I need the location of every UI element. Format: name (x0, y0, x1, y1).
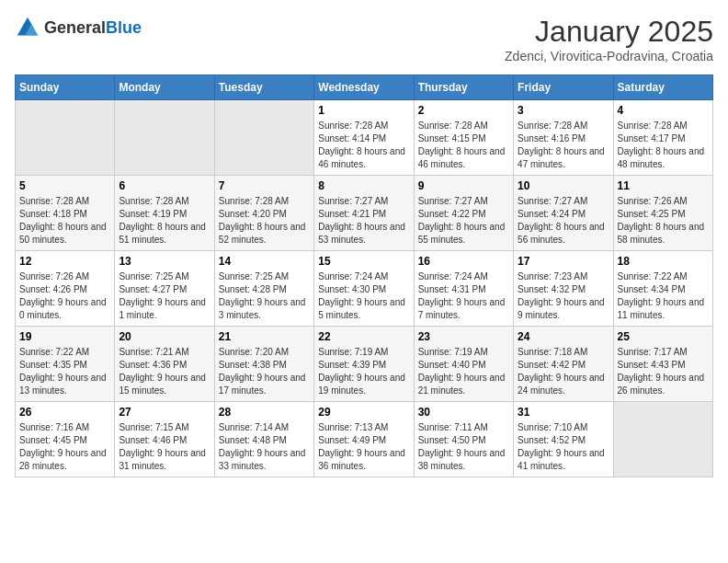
day-info: Sunrise: 7:25 AM Sunset: 4:27 PM Dayligh… (119, 270, 210, 322)
day-info: Sunrise: 7:27 AM Sunset: 4:21 PM Dayligh… (318, 195, 409, 247)
day-number: 1 (318, 104, 409, 117)
calendar-cell: 4Sunrise: 7:28 AM Sunset: 4:17 PM Daylig… (613, 100, 712, 176)
day-number: 2 (418, 104, 509, 117)
day-number: 21 (219, 330, 310, 343)
day-info: Sunrise: 7:18 AM Sunset: 4:42 PM Dayligh… (518, 346, 609, 397)
day-number: 26 (19, 406, 110, 419)
page-header: GeneralBlue January 2025 Zdenci, Virovit… (15, 15, 713, 63)
calendar-cell (16, 100, 115, 176)
calendar-cell: 13Sunrise: 7:25 AM Sunset: 4:27 PM Dayli… (115, 251, 214, 327)
day-info: Sunrise: 7:26 AM Sunset: 4:25 PM Dayligh… (618, 195, 709, 247)
calendar-cell: 7Sunrise: 7:28 AM Sunset: 4:20 PM Daylig… (214, 176, 313, 251)
logo-icon (15, 15, 40, 40)
day-info: Sunrise: 7:10 AM Sunset: 4:52 PM Dayligh… (518, 421, 609, 473)
calendar-cell: 10Sunrise: 7:27 AM Sunset: 4:24 PM Dayli… (514, 176, 613, 251)
calendar-cell: 22Sunrise: 7:19 AM Sunset: 4:39 PM Dayli… (314, 327, 414, 402)
day-number: 13 (119, 255, 210, 268)
calendar-week-row: 1Sunrise: 7:28 AM Sunset: 4:14 PM Daylig… (16, 100, 713, 176)
day-number: 22 (318, 330, 409, 343)
calendar-cell: 16Sunrise: 7:24 AM Sunset: 4:31 PM Dayli… (414, 251, 513, 327)
day-of-week-header: Thursday (414, 75, 513, 100)
logo: GeneralBlue (15, 15, 142, 40)
day-number: 29 (318, 406, 409, 419)
day-info: Sunrise: 7:22 AM Sunset: 4:34 PM Dayligh… (618, 270, 709, 322)
title-block: January 2025 Zdenci, Virovitica-Podravin… (505, 15, 713, 63)
day-info: Sunrise: 7:24 AM Sunset: 4:30 PM Dayligh… (318, 270, 409, 322)
day-number: 16 (418, 255, 509, 268)
day-number: 20 (119, 330, 210, 343)
calendar-cell: 28Sunrise: 7:14 AM Sunset: 4:48 PM Dayli… (214, 402, 313, 477)
day-number: 17 (518, 255, 609, 268)
day-number: 15 (318, 255, 409, 268)
calendar-cell: 3Sunrise: 7:28 AM Sunset: 4:16 PM Daylig… (514, 100, 613, 176)
calendar-cell: 2Sunrise: 7:28 AM Sunset: 4:15 PM Daylig… (414, 100, 513, 176)
day-info: Sunrise: 7:26 AM Sunset: 4:26 PM Dayligh… (19, 270, 110, 322)
calendar-cell: 12Sunrise: 7:26 AM Sunset: 4:26 PM Dayli… (16, 251, 115, 327)
calendar-week-row: 5Sunrise: 7:28 AM Sunset: 4:18 PM Daylig… (16, 176, 713, 251)
calendar-cell (115, 100, 214, 176)
day-number: 3 (518, 104, 609, 117)
day-number: 10 (518, 179, 609, 192)
calendar-cell: 23Sunrise: 7:19 AM Sunset: 4:40 PM Dayli… (414, 327, 513, 402)
calendar-cell: 15Sunrise: 7:24 AM Sunset: 4:30 PM Dayli… (314, 251, 414, 327)
calendar-cell: 17Sunrise: 7:23 AM Sunset: 4:32 PM Dayli… (514, 251, 613, 327)
day-info: Sunrise: 7:28 AM Sunset: 4:16 PM Dayligh… (518, 120, 609, 171)
calendar-cell: 5Sunrise: 7:28 AM Sunset: 4:18 PM Daylig… (16, 176, 115, 251)
calendar-cell: 14Sunrise: 7:25 AM Sunset: 4:28 PM Dayli… (214, 251, 313, 327)
calendar-cell: 20Sunrise: 7:21 AM Sunset: 4:36 PM Dayli… (115, 327, 214, 402)
calendar-cell: 27Sunrise: 7:15 AM Sunset: 4:46 PM Dayli… (115, 402, 214, 477)
day-number: 8 (318, 179, 409, 192)
calendar-cell: 19Sunrise: 7:22 AM Sunset: 4:35 PM Dayli… (16, 327, 115, 402)
day-number: 12 (19, 255, 110, 268)
calendar-cell: 8Sunrise: 7:27 AM Sunset: 4:21 PM Daylig… (314, 176, 414, 251)
day-info: Sunrise: 7:20 AM Sunset: 4:38 PM Dayligh… (219, 346, 310, 397)
day-info: Sunrise: 7:28 AM Sunset: 4:20 PM Dayligh… (219, 195, 310, 247)
day-number: 31 (518, 406, 609, 419)
day-info: Sunrise: 7:15 AM Sunset: 4:46 PM Dayligh… (119, 421, 210, 473)
day-number: 23 (418, 330, 509, 343)
day-of-week-header: Monday (115, 75, 214, 100)
day-number: 27 (119, 406, 210, 419)
calendar-week-row: 19Sunrise: 7:22 AM Sunset: 4:35 PM Dayli… (16, 327, 713, 402)
calendar-cell: 24Sunrise: 7:18 AM Sunset: 4:42 PM Dayli… (514, 327, 613, 402)
calendar-cell: 29Sunrise: 7:13 AM Sunset: 4:49 PM Dayli… (314, 402, 414, 477)
day-info: Sunrise: 7:27 AM Sunset: 4:24 PM Dayligh… (518, 195, 609, 247)
calendar-header-row: SundayMondayTuesdayWednesdayThursdayFrid… (16, 75, 713, 100)
calendar-cell (214, 100, 313, 176)
day-info: Sunrise: 7:27 AM Sunset: 4:22 PM Dayligh… (418, 195, 509, 247)
day-info: Sunrise: 7:28 AM Sunset: 4:18 PM Dayligh… (19, 195, 110, 247)
day-number: 5 (19, 179, 110, 192)
calendar-week-row: 12Sunrise: 7:26 AM Sunset: 4:26 PM Dayli… (16, 251, 713, 327)
day-number: 6 (119, 179, 210, 192)
day-info: Sunrise: 7:22 AM Sunset: 4:35 PM Dayligh… (19, 346, 110, 397)
day-info: Sunrise: 7:28 AM Sunset: 4:19 PM Dayligh… (119, 195, 210, 247)
location-subtitle: Zdenci, Virovitica-Podravina, Croatia (505, 49, 713, 63)
day-info: Sunrise: 7:13 AM Sunset: 4:49 PM Dayligh… (318, 421, 409, 473)
calendar-cell: 1Sunrise: 7:28 AM Sunset: 4:14 PM Daylig… (314, 100, 414, 176)
calendar-cell: 21Sunrise: 7:20 AM Sunset: 4:38 PM Dayli… (214, 327, 313, 402)
day-number: 19 (19, 330, 110, 343)
day-info: Sunrise: 7:14 AM Sunset: 4:48 PM Dayligh… (219, 421, 310, 473)
calendar-cell: 25Sunrise: 7:17 AM Sunset: 4:43 PM Dayli… (613, 327, 712, 402)
day-of-week-header: Sunday (16, 75, 115, 100)
day-info: Sunrise: 7:28 AM Sunset: 4:15 PM Dayligh… (418, 120, 509, 171)
day-info: Sunrise: 7:23 AM Sunset: 4:32 PM Dayligh… (518, 270, 609, 322)
calendar-cell: 11Sunrise: 7:26 AM Sunset: 4:25 PM Dayli… (613, 176, 712, 251)
day-of-week-header: Saturday (613, 75, 712, 100)
day-info: Sunrise: 7:19 AM Sunset: 4:39 PM Dayligh… (318, 346, 409, 397)
day-number: 9 (418, 179, 509, 192)
day-number: 28 (219, 406, 310, 419)
month-title: January 2025 (505, 15, 713, 49)
calendar-cell: 6Sunrise: 7:28 AM Sunset: 4:19 PM Daylig… (115, 176, 214, 251)
day-info: Sunrise: 7:19 AM Sunset: 4:40 PM Dayligh… (418, 346, 509, 397)
calendar-cell: 31Sunrise: 7:10 AM Sunset: 4:52 PM Dayli… (514, 402, 613, 477)
day-number: 18 (618, 255, 709, 268)
day-info: Sunrise: 7:11 AM Sunset: 4:50 PM Dayligh… (418, 421, 509, 473)
day-number: 11 (618, 179, 709, 192)
day-number: 24 (518, 330, 609, 343)
day-info: Sunrise: 7:21 AM Sunset: 4:36 PM Dayligh… (119, 346, 210, 397)
day-number: 4 (618, 104, 709, 117)
calendar-cell: 9Sunrise: 7:27 AM Sunset: 4:22 PM Daylig… (414, 176, 513, 251)
day-number: 7 (219, 179, 310, 192)
calendar-cell: 26Sunrise: 7:16 AM Sunset: 4:45 PM Dayli… (16, 402, 115, 477)
